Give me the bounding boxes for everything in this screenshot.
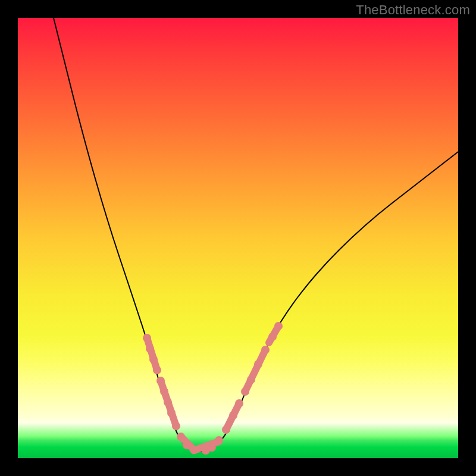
bead-segment — [147, 338, 157, 370]
chart-frame — [18, 18, 458, 458]
bead-marker — [183, 441, 191, 449]
bead-marker — [153, 366, 161, 374]
bead-marker — [160, 387, 168, 396]
bead-marker — [208, 443, 216, 452]
bottleneck-curve — [54, 18, 458, 452]
bead-marker — [149, 355, 158, 364]
bead-marker — [167, 409, 176, 417]
bead-marker — [247, 375, 255, 384]
bead-marker — [146, 345, 154, 353]
bead-marker — [229, 411, 237, 419]
bead-marker — [215, 436, 223, 444]
bead-marker — [143, 334, 151, 342]
bead-segment — [245, 350, 265, 392]
watermark-text: TheBottleneck.com — [356, 2, 470, 18]
bead-markers — [143, 322, 283, 455]
bead-marker — [241, 387, 249, 396]
bead-marker — [172, 422, 180, 430]
bead-marker — [254, 360, 262, 368]
chart-svg — [18, 18, 458, 458]
bead-marker — [190, 446, 198, 454]
bead-marker — [164, 398, 172, 406]
bead-marker — [261, 346, 270, 354]
bead-marker — [156, 377, 165, 385]
bead-marker — [235, 399, 243, 408]
bead-marker — [274, 322, 283, 330]
bead-marker — [177, 433, 185, 441]
bead-marker — [222, 425, 230, 434]
bead-marker — [268, 333, 277, 341]
